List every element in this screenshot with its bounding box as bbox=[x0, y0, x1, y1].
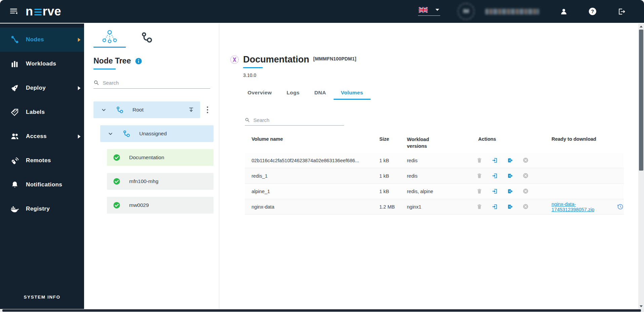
avatar[interactable]: IM bbox=[458, 3, 475, 20]
title-accent bbox=[93, 69, 116, 70]
detail-tabs: Overview Logs DNA Volumes bbox=[240, 87, 638, 100]
export-volume-button[interactable] bbox=[507, 188, 514, 194]
download-history-icon[interactable] bbox=[617, 203, 624, 210]
col-workload-versions: Workload versions bbox=[400, 136, 471, 149]
node-list-icon bbox=[141, 32, 153, 44]
delete-volume-button[interactable] bbox=[476, 173, 483, 179]
tree-view-icon bbox=[102, 30, 117, 44]
cancel-export-button[interactable] bbox=[523, 204, 529, 210]
search-icon bbox=[245, 117, 250, 123]
tab-volumes[interactable]: Volumes bbox=[334, 87, 371, 100]
language-selector[interactable] bbox=[418, 7, 440, 16]
sidebar-item-label: Nodes bbox=[26, 36, 44, 43]
menu-toggle-button[interactable] bbox=[9, 7, 18, 16]
logout-button[interactable] bbox=[617, 7, 626, 16]
sidebar-item-notifications[interactable]: Notifications bbox=[0, 173, 84, 197]
export-volume-button[interactable] bbox=[507, 173, 514, 179]
tree-row-unassigned[interactable]: Unassigned bbox=[100, 125, 214, 142]
volume-size: 1 kB bbox=[373, 173, 400, 179]
scroll-up-arrow[interactable] bbox=[638, 24, 644, 29]
expand-arrow-icon bbox=[77, 86, 81, 91]
table-row: 02b116c4c2fa510f24623874a02e863136eef686… bbox=[245, 153, 624, 168]
root-menu-button[interactable] bbox=[205, 104, 210, 115]
collapse-all-icon[interactable] bbox=[188, 106, 195, 114]
horizontal-scroll-thumb[interactable] bbox=[2, 309, 641, 312]
scroll-down-arrow[interactable] bbox=[638, 303, 644, 309]
tree-label: Root bbox=[132, 107, 144, 113]
cancel-export-button[interactable] bbox=[523, 188, 529, 194]
col-ready-to-download: Ready to download bbox=[545, 136, 624, 149]
profile-button[interactable] bbox=[560, 8, 568, 15]
import-volume-button[interactable] bbox=[492, 188, 498, 194]
vertical-scrollbar[interactable] bbox=[638, 24, 644, 309]
sidebar-item-access[interactable]: Access bbox=[0, 124, 84, 148]
help-button[interactable]: ? bbox=[589, 7, 597, 15]
sidebar-item-registry[interactable]: Registry bbox=[0, 197, 84, 221]
vertical-scroll-thumb[interactable] bbox=[639, 30, 643, 171]
volumes-table: Volume name Size Workload versions Actio… bbox=[245, 132, 624, 215]
delete-volume-button[interactable] bbox=[476, 157, 483, 164]
node-tree-search-input[interactable] bbox=[103, 80, 211, 86]
tab-dna[interactable]: DNA bbox=[307, 87, 334, 100]
sidebar-item-workloads[interactable]: Workloads bbox=[0, 52, 84, 76]
tree-row-mw0029[interactable]: mw0029 bbox=[107, 197, 214, 214]
tab-node-tree-view[interactable] bbox=[93, 30, 126, 48]
deploy-icon bbox=[10, 84, 19, 92]
import-volume-button[interactable] bbox=[492, 204, 498, 210]
tree-label: Documentation bbox=[129, 154, 164, 161]
sidebar-item-label: Deploy bbox=[26, 85, 46, 91]
volume-size: 1 kB bbox=[373, 158, 400, 163]
content: Node Tree bbox=[84, 24, 638, 309]
sidebar: Nodes Workloads bbox=[0, 24, 84, 309]
chevron-down-icon[interactable] bbox=[108, 131, 113, 137]
node-tree-search[interactable] bbox=[93, 80, 210, 89]
tree-row-documentation[interactable]: Documentation bbox=[107, 149, 214, 166]
online-status-icon bbox=[113, 202, 120, 209]
import-volume-button[interactable] bbox=[492, 157, 498, 164]
delete-volume-button[interactable] bbox=[476, 188, 483, 194]
horizontal-scrollbar[interactable] bbox=[0, 309, 644, 312]
export-volume-button[interactable] bbox=[507, 157, 514, 164]
node-tree-title: Node Tree bbox=[93, 56, 131, 65]
caret-down-icon bbox=[435, 8, 440, 11]
hamburger-icon bbox=[9, 7, 18, 16]
registry-icon bbox=[10, 205, 19, 213]
sidebar-item-label: Access bbox=[26, 133, 47, 140]
sidebar-item-labels[interactable]: Labels bbox=[0, 100, 84, 124]
table-row: alpine_1 1 kB redis, alpine bbox=[245, 184, 624, 199]
export-volume-button[interactable] bbox=[507, 204, 514, 210]
access-icon bbox=[10, 132, 19, 141]
tab-node-list-view[interactable] bbox=[135, 32, 159, 48]
labels-icon bbox=[10, 108, 19, 117]
tab-logs[interactable]: Logs bbox=[279, 87, 307, 100]
sidebar-item-deploy[interactable]: Deploy bbox=[0, 76, 84, 100]
sidebar-item-remotes[interactable]: Remotes bbox=[0, 148, 84, 173]
workload-versions: redis bbox=[400, 158, 471, 163]
row-actions bbox=[471, 188, 545, 194]
import-volume-button[interactable] bbox=[492, 173, 498, 179]
info-icon[interactable] bbox=[135, 58, 142, 64]
sidebar-item-nodes[interactable]: Nodes bbox=[0, 28, 84, 52]
volume-name: redis_1 bbox=[245, 173, 373, 179]
volume-download-link[interactable]: nginx-data-1745312398057.zip bbox=[552, 202, 614, 212]
cancel-export-button[interactable] bbox=[523, 157, 529, 164]
tab-overview[interactable]: Overview bbox=[240, 87, 279, 100]
download-cell: nginx-data-1745312398057.zip bbox=[545, 202, 624, 212]
volumes-search-input[interactable] bbox=[254, 117, 344, 123]
tree-label: mfn100-mhg bbox=[129, 178, 158, 184]
cancel-export-button[interactable] bbox=[523, 173, 529, 179]
volume-size: 1 kB bbox=[373, 189, 400, 194]
nerve-logo: n rve bbox=[26, 4, 61, 18]
system-info-button[interactable]: SYSTEM INFO bbox=[0, 295, 84, 300]
topbar-right: IM ? bbox=[418, 3, 635, 20]
help-icon: ? bbox=[589, 7, 597, 15]
tree-row-root[interactable]: Root bbox=[93, 101, 200, 118]
chevron-down-icon[interactable] bbox=[101, 107, 107, 113]
search-icon bbox=[93, 80, 100, 86]
remotes-icon bbox=[10, 157, 19, 165]
volumes-search[interactable] bbox=[245, 117, 344, 126]
delete-volume-button[interactable] bbox=[476, 204, 483, 210]
tree-row-mfn100-mhg[interactable]: mfn100-mhg bbox=[107, 173, 214, 190]
uk-flag-icon bbox=[419, 7, 428, 13]
table-header: Volume name Size Workload versions Actio… bbox=[245, 132, 624, 153]
